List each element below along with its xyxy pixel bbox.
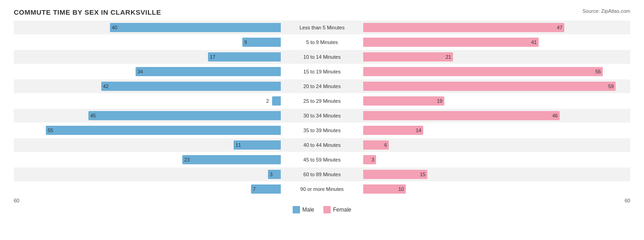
right-section: 3: [363, 153, 630, 167]
left-section: 34: [14, 65, 281, 78]
right-section: 41: [363, 35, 630, 49]
chart-container: COMMUTE TIME BY SEX IN CLARKSVILLE Sourc…: [0, 0, 644, 240]
male-value-inside: 34: [137, 69, 143, 74]
female-value-inside: 6: [384, 142, 387, 148]
male-value-inside: 45: [90, 113, 96, 118]
female-legend-box: [323, 206, 331, 213]
table-row: 95 to 9 Minutes41: [14, 35, 630, 49]
male-value-inside: 42: [103, 84, 109, 89]
female-bar: 3: [363, 155, 376, 164]
male-bar: 23: [182, 155, 281, 164]
female-value-inside: 3: [371, 157, 374, 162]
male-bar: 55: [46, 126, 281, 135]
left-section: 2: [14, 94, 281, 108]
right-section: 10: [363, 182, 630, 196]
male-legend-box: [293, 206, 300, 213]
table-row: 5535 to 39 Minutes14: [14, 123, 630, 137]
female-bar: 6: [363, 140, 389, 150]
table-row: 4220 to 24 Minutes59: [14, 79, 630, 93]
male-value-inside: 3: [270, 172, 273, 177]
category-label: 45 to 59 Minutes: [281, 157, 363, 162]
female-value-inside: 59: [608, 84, 614, 89]
female-value-inside: 21: [446, 54, 451, 60]
female-bar: 15: [363, 170, 427, 179]
male-bar: 2: [272, 96, 281, 106]
axis-right: 60: [625, 198, 630, 203]
category-label: 20 to 24 Minutes: [281, 84, 363, 89]
legend-female: Female: [323, 206, 351, 213]
male-value-inside: 55: [48, 128, 53, 133]
category-label: 40 to 44 Minutes: [281, 142, 363, 148]
right-section: 56: [363, 65, 630, 78]
category-label: 10 to 14 Minutes: [281, 54, 363, 60]
male-bar: 34: [136, 67, 281, 76]
right-section: 15: [363, 167, 630, 181]
right-section: 19: [363, 94, 630, 108]
left-section: 3: [14, 167, 281, 181]
legend-male: Male: [293, 206, 314, 213]
category-label: 60 to 89 Minutes: [281, 172, 363, 177]
left-section: 7: [14, 182, 281, 196]
legend: Male Female: [14, 206, 630, 213]
male-bar: 9: [242, 38, 281, 47]
female-bar: 19: [363, 96, 444, 106]
male-value-inside: 9: [244, 39, 247, 45]
left-section: 40: [14, 21, 281, 34]
female-value-inside: 47: [557, 25, 562, 30]
bars-area: 40Less than 5 Minutes4795 to 9 Minutes41…: [14, 21, 630, 196]
male-bar: 7: [251, 184, 281, 194]
table-row: 1710 to 14 Minutes21: [14, 50, 630, 64]
right-section: 59: [363, 79, 630, 93]
female-bar: 47: [363, 23, 564, 32]
left-section: 42: [14, 79, 281, 93]
female-bar: 41: [363, 38, 539, 47]
male-bar: 42: [101, 82, 281, 91]
female-value-inside: 14: [416, 128, 421, 133]
category-label: 5 to 9 Minutes: [281, 39, 363, 45]
left-section: 55: [14, 123, 281, 137]
category-label: 25 to 29 Minutes: [281, 98, 363, 104]
male-bar: 40: [110, 23, 281, 32]
female-bar: 59: [363, 82, 616, 91]
male-bar: 3: [268, 170, 281, 179]
left-section: 23: [14, 153, 281, 167]
left-section: 17: [14, 50, 281, 64]
female-legend-label: Female: [333, 207, 351, 213]
category-label: 35 to 39 Minutes: [281, 128, 363, 133]
male-legend-label: Male: [302, 207, 314, 213]
axis-left: 60: [14, 198, 19, 203]
male-value-inside: 17: [210, 54, 215, 60]
male-bar: 45: [88, 111, 281, 120]
right-section: 47: [363, 21, 630, 34]
right-section: 46: [363, 109, 630, 123]
male-value-outside: 2: [266, 98, 270, 104]
table-row: 40Less than 5 Minutes47: [14, 21, 630, 34]
axis-labels: 60 60: [14, 198, 630, 203]
female-bar: 46: [363, 111, 560, 120]
female-value-inside: 46: [552, 113, 558, 118]
male-value-inside: 23: [184, 157, 190, 162]
female-bar: 21: [363, 52, 453, 61]
table-row: 2345 to 59 Minutes3: [14, 153, 630, 167]
category-label: 30 to 34 Minutes: [281, 113, 363, 118]
table-row: 360 to 89 Minutes15: [14, 167, 630, 181]
female-value-inside: 56: [595, 69, 601, 74]
left-section: 45: [14, 109, 281, 123]
source-text: Source: ZipAtlas.com: [582, 8, 630, 14]
table-row: 790 or more Minutes10: [14, 182, 630, 196]
female-bar: 14: [363, 126, 423, 135]
male-value-inside: 11: [235, 142, 241, 148]
female-value-inside: 41: [531, 39, 537, 45]
table-row: 225 to 29 Minutes19: [14, 94, 630, 108]
female-value-inside: 15: [420, 172, 426, 177]
category-label: 90 or more Minutes: [281, 186, 363, 192]
female-bar: 10: [363, 184, 406, 194]
left-section: 11: [14, 138, 281, 152]
male-bar: 11: [234, 140, 281, 150]
right-section: 6: [363, 138, 630, 152]
left-section: 9: [14, 35, 281, 49]
male-bar: 17: [208, 52, 281, 61]
category-label: 15 to 19 Minutes: [281, 69, 363, 74]
female-value-inside: 10: [398, 186, 404, 192]
category-label: Less than 5 Minutes: [281, 25, 363, 30]
